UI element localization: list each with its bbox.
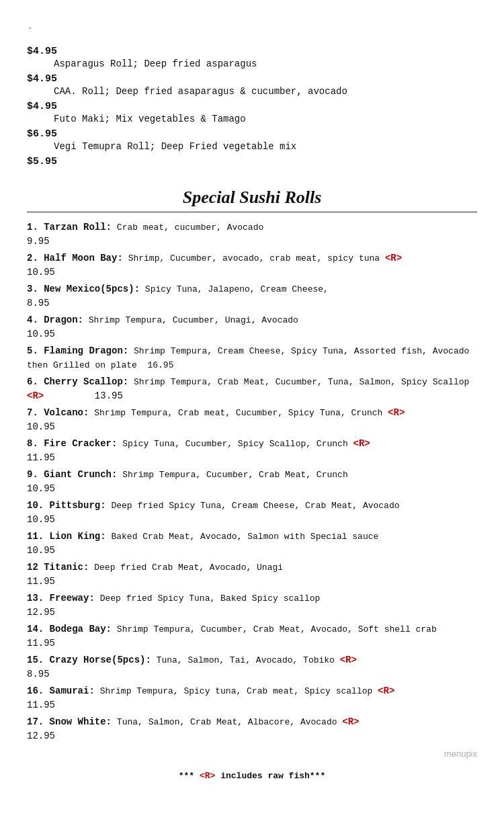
section-divider: Special Sushi Rolls xyxy=(27,188,477,212)
list-item: 11. Lion King: Baked Crab Meat, Avocado,… xyxy=(27,530,477,558)
item-price: 8.95 xyxy=(27,667,477,681)
item-name: 17. Snow White: xyxy=(27,716,112,727)
desc-1: Asparagus Roll; Deep fried asparagus xyxy=(54,58,477,69)
list-item: 10. Pittsburg: Deep fried Spicy Tuna, Cr… xyxy=(27,499,477,527)
list-item: 5. Flaming Dragon: Shrimp Tempura, Cream… xyxy=(27,344,477,372)
item-name: 12 Titanic: xyxy=(27,562,89,573)
item-desc: Shrimp Tempura, Crab meat, Cucumber, Spi… xyxy=(89,408,388,418)
item-name: 7. Volcano: xyxy=(27,407,89,418)
raw-tag: <R> xyxy=(340,655,357,665)
desc-3: Futo Maki; Mix vegetables & Tamago xyxy=(54,114,477,124)
item-price: 10.95 xyxy=(27,265,477,280)
footer-note: *** <R> includes raw fish*** xyxy=(27,771,477,781)
item-name: 13. Freeway: xyxy=(27,593,95,604)
list-item: 3. New Mexico(5pcs): Spicy Tuna, Jalapen… xyxy=(27,282,477,310)
item-name: 3. New Mexico(5pcs): xyxy=(27,284,140,294)
raw-tag: <R> xyxy=(353,438,370,449)
price-5: $5.95 xyxy=(27,156,477,167)
top-item-1: $4.95 Asparagus Roll; Deep fried asparag… xyxy=(27,46,477,69)
item-price: 11.95 xyxy=(27,451,477,465)
item-name: 9. Giant Crunch: xyxy=(27,469,117,480)
list-item: 14. Bodega Bay: Shrimp Tempura, Cucumber… xyxy=(27,622,477,651)
raw-tag: <R> xyxy=(385,253,402,263)
item-price: 12.95 xyxy=(27,606,477,620)
list-item: 15. Crazy Horse(5pcs): Tuna, Salmon, Tai… xyxy=(27,653,477,681)
item-name: 8. Fire Cracker: xyxy=(27,438,117,449)
item-desc: Tuna, Salmon, Tai, Avocado, Tobiko xyxy=(151,655,340,665)
raw-tag: <R> xyxy=(342,716,359,727)
raw-tag-footer: <R> xyxy=(200,771,215,781)
item-desc: Baked Crab Meat, Avocado, Salmon with Sp… xyxy=(106,532,379,542)
item-desc: Shrimp Tempura, Cucumber, Crab Meat, Avo… xyxy=(112,624,437,634)
item-desc: 13.95 xyxy=(44,390,123,401)
top-item-2: $4.95 CAA. Roll; Deep fried asaparagus &… xyxy=(27,73,477,97)
item-price: 10.95 xyxy=(27,513,477,527)
special-items-list: 1. Tarzan Roll: Crab meat, cucumber, Avo… xyxy=(27,220,477,743)
price-3: $4.95 xyxy=(27,101,477,112)
desc-4: Vegi Temupra Roll; Deep Fried vegetable … xyxy=(54,141,477,152)
price-1: $4.95 xyxy=(27,46,477,57)
backtick-char: ` xyxy=(27,27,477,39)
item-name: 5. Flaming Dragon: xyxy=(27,345,128,356)
price-4: $6.95 xyxy=(27,128,477,140)
section-title: Special Sushi Rolls xyxy=(27,188,477,208)
item-name: 14. Bodega Bay: xyxy=(27,624,112,634)
list-item: 16. Samurai: Shrimp Tempura, Spicy tuna,… xyxy=(27,684,477,712)
item-price: 10.95 xyxy=(27,420,477,434)
list-item: 6. Cherry Scallop: Shrimp Tempura, Crab … xyxy=(27,375,477,403)
price-2: $4.95 xyxy=(27,73,477,85)
desc-2: CAA. Roll; Deep fried asaparagus & cucum… xyxy=(54,86,477,97)
item-price: 11.95 xyxy=(27,575,477,589)
item-price: 10.95 xyxy=(27,544,477,558)
item-name: 1. Tarzan Roll: xyxy=(27,222,112,233)
raw-tag: <R> xyxy=(388,407,405,418)
item-desc: Deep fried Crab Meat, Avocado, Unagi xyxy=(89,563,283,573)
item-desc: Shrimp Tempura, Cucumber, Unagi, Avocado xyxy=(83,315,298,325)
top-section: ` $4.95 Asparagus Roll; Deep fried aspar… xyxy=(27,13,477,167)
item-name: 2. Half Moon Bay: xyxy=(27,253,123,263)
raw-tag: <R> xyxy=(378,686,394,696)
item-price: 12.95 xyxy=(27,729,477,743)
item-desc: Shrimp Tempura, Crab Meat, Cucumber, Tun… xyxy=(128,377,469,387)
divider-line xyxy=(27,212,477,212)
raw-tag: <R> xyxy=(27,390,44,401)
top-item-5: $5.95 xyxy=(27,156,477,167)
item-price: 10.95 xyxy=(27,482,477,496)
item-name: 4. Dragon: xyxy=(27,315,83,325)
item-name: 15. Crazy Horse(5pcs): xyxy=(27,655,151,665)
item-price: 11.95 xyxy=(27,636,477,651)
list-item: 12 Titanic: Deep fried Crab Meat, Avocad… xyxy=(27,561,477,589)
list-item: 2. Half Moon Bay: Shrimp, Cucumber, avoc… xyxy=(27,251,477,280)
item-name: 10. Pittsburg: xyxy=(27,500,106,511)
item-desc: Deep fried Spicy Tuna, Baked Spicy scall… xyxy=(95,593,320,604)
list-item: 8. Fire Cracker: Spicy Tuna, Cucumber, S… xyxy=(27,437,477,465)
item-desc: Tuna, Salmon, Crab Meat, Albacore, Avoca… xyxy=(112,717,342,727)
list-item: 4. Dragon: Shrimp Tempura, Cucumber, Una… xyxy=(27,313,477,341)
list-item: 17. Snow White: Tuna, Salmon, Crab Meat,… xyxy=(27,715,477,743)
item-desc: Spicy Tuna, Cucumber, Spicy Scallop, Cru… xyxy=(117,439,353,449)
item-desc: Crab meat, cucumber, Avocado xyxy=(112,222,263,233)
list-item: 13. Freeway: Deep fried Spicy Tuna, Bake… xyxy=(27,591,477,620)
list-item: 1. Tarzan Roll: Crab meat, cucumber, Avo… xyxy=(27,220,477,249)
list-item: 7. Volcano: Shrimp Tempura, Crab meat, C… xyxy=(27,406,477,434)
top-item-3: $4.95 Futo Maki; Mix vegetables & Tamago xyxy=(27,101,477,124)
item-price: 9.95 xyxy=(27,235,477,249)
item-desc: Shrimp, Cucumber, avocado, crab meat, sp… xyxy=(123,253,385,263)
item-price: 10.95 xyxy=(27,327,477,341)
item-desc: Shrimp Tempura, Cucumber, Crab Meat, Cru… xyxy=(117,470,347,480)
item-price: 11.95 xyxy=(27,698,477,712)
item-name: 16. Samurai: xyxy=(27,686,95,696)
menupix-label: menupix xyxy=(27,749,477,759)
item-desc: Deep fried Spicy Tuna, Cream Cheese, Cra… xyxy=(106,501,400,511)
item-name: 6. Cherry Scallop: xyxy=(27,376,128,387)
item-name: 11. Lion King: xyxy=(27,531,106,542)
item-desc: Shrimp Tempura, Spicy tuna, Crab meat, S… xyxy=(95,686,378,696)
item-price: 8.95 xyxy=(27,296,477,310)
item-desc: Spicy Tuna, Jalapeno, Cream Cheese, xyxy=(140,284,329,294)
top-item-4: $6.95 Vegi Temupra Roll; Deep Fried vege… xyxy=(27,128,477,152)
list-item: 9. Giant Crunch: Shrimp Tempura, Cucumbe… xyxy=(27,468,477,496)
